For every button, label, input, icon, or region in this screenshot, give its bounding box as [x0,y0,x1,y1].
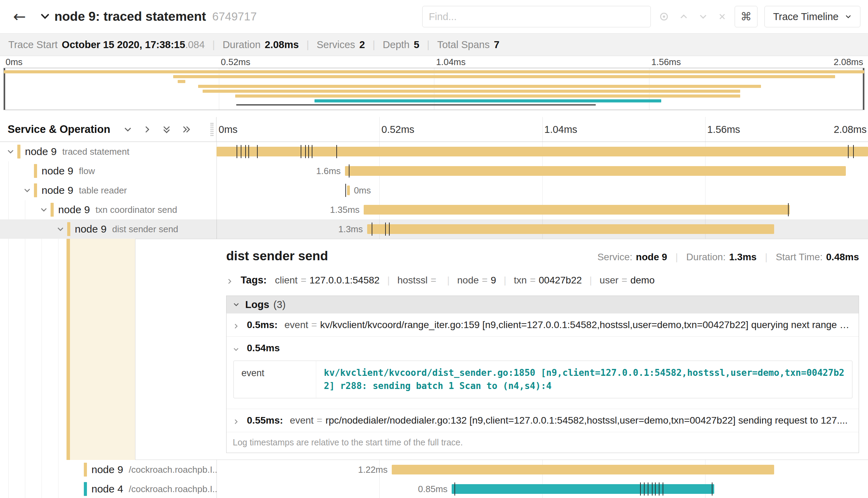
collapse-all-icon[interactable] [162,125,171,134]
log-entry[interactable]: 0.5ms: event=kv/kvclient/kvcoord/range_i… [227,313,859,336]
logs-accordion: Logs (3) 0.5ms: event=kv/kvclient/kvcoor… [226,296,859,453]
keyboard-shortcuts-button[interactable]: ⌘ [735,6,758,27]
span-name-cell[interactable]: node 9dist sender send [0,219,216,239]
log-marker-tick [245,145,246,158]
span-bar[interactable] [216,147,868,156]
expand-chevron-icon[interactable] [23,187,31,194]
trace-id: 6749717 [212,10,257,23]
log-marker-tick [349,164,349,178]
expand-chevron-icon[interactable] [7,148,15,156]
span-row-cockroach-roachpb-i[interactable]: node 9/cockroach.roachpb.I...1.22ms [0,460,868,479]
summary-label: Duration [223,39,261,51]
span-name-cell[interactable]: node 4/cockroach.roachpb.I... [0,479,216,498]
service-color-chip [51,203,54,217]
span-bar[interactable] [364,205,790,215]
view-selector-label: Trace Timeline [773,11,839,22]
span-row-cockroach-roachpb-i[interactable]: node 4/cockroach.roachpb.I...0.85ms [0,479,868,498]
depth-value: 5 [414,39,419,51]
span-timeline-cell[interactable]: 1.35ms [216,200,868,219]
next-result-icon[interactable] [699,12,708,21]
span-name-cell[interactable]: node 9table reader [0,181,216,200]
expand-chevron-icon[interactable] [56,225,64,233]
trace-start-value: October 15 2020, 17:38:15.084 [62,39,205,51]
span-detail-panel: dist sender send Service:node 9 | Durati… [135,239,868,460]
span-row-dist-sender-send[interactable]: node 9dist sender send1.3ms [0,219,868,239]
log-marker-tick [305,145,306,158]
span-name-cell[interactable]: node 9txn coordinator send [0,200,216,219]
span-duration-label: 1.22ms [358,464,388,475]
span-bar[interactable] [347,185,350,195]
page-title: node 9: traced statement [54,9,206,24]
span-timeline-cell[interactable]: 0.85ms [216,479,868,498]
service-name: node 9 [91,464,123,476]
minimap-span-bar [315,99,661,102]
minimap-handle-right[interactable] [863,68,864,110]
span-bar[interactable] [452,484,714,494]
find-input[interactable] [422,6,651,27]
summary-label: Trace Start [8,39,57,51]
service-value: node 9 [636,252,667,263]
minimap-span-bar [235,94,740,98]
log-timestamp: 0.5ms: [247,319,278,330]
clear-find-icon[interactable] [718,12,726,21]
find-navigation [659,12,726,21]
expand-one-icon[interactable] [143,125,152,134]
minimap-span-bar [173,75,835,78]
trace-collapse-chevron-icon[interactable] [40,11,50,22]
log-marker-tick [345,184,346,197]
service-color-chip [34,183,37,197]
service-name: node 9 [58,204,90,216]
operation-name: traced statement [62,146,130,157]
log-marker-tick [853,145,854,158]
collapse-one-icon[interactable] [123,125,132,134]
log-entry[interactable]: 0.54ms [233,343,852,354]
logs-header[interactable]: Logs (3) [227,296,859,313]
span-name-cell[interactable]: node 9traced statement [0,142,216,161]
tags-accordion[interactable]: Tags: client=127.0.0.1:54582|hostssl=|no… [226,274,859,286]
service-name: node 9 [42,165,73,177]
span-timeline-cell[interactable]: 1.22ms [216,460,868,479]
span-detail-row: dist sender send Service:node 9 | Durati… [0,239,868,460]
log-entry[interactable]: 0.55ms: event=rpc/nodedialer/nodedialer.… [227,409,859,432]
span-timeline-cell[interactable]: 0ms [216,181,868,200]
service-operation-title: Service & Operation [8,123,110,136]
trace-summary-bar: Trace Start October 15 2020, 17:38:15.08… [0,33,868,56]
chevron-down-icon [233,343,242,353]
log-fields-table: event kv/kvclient/kvcoord/dist_sender.go… [233,361,852,398]
timeline-ruler[interactable]: 0ms 0.52ms 1.04ms 1.56ms 2.08ms [216,117,868,142]
expand-all-icon[interactable] [181,125,191,134]
prev-result-icon[interactable] [679,12,688,21]
column-resizer-handle[interactable] [211,123,213,136]
logs-footnote: Log timestamps are relative to the start… [227,432,859,453]
minimap-handle-left[interactable] [4,68,5,110]
minimap-gridline [649,68,649,110]
log-marker-tick [372,223,372,236]
minimap-span-bar [4,70,864,73]
span-bar[interactable] [345,166,846,176]
services-count: 2 [359,39,365,51]
locate-span-icon[interactable] [659,12,669,21]
span-row-table-reader[interactable]: node 9table reader0ms [0,181,868,200]
log-marker-tick [659,482,659,496]
span-timeline-cell[interactable]: 1.6ms [216,161,868,181]
span-color-accent [67,239,70,460]
trace-minimap[interactable] [3,68,865,110]
top-bar: ← node 9: traced statement 6749717 ⌘ Tra… [0,0,868,33]
chevron-down-icon [233,301,240,308]
span-bar[interactable] [392,465,774,474]
span-name-cell[interactable]: node 9flow [0,161,216,181]
span-timeline-cell[interactable] [216,142,868,161]
view-selector-button[interactable]: Trace Timeline [764,6,860,27]
span-row-txn-coordinator-send[interactable]: node 9txn coordinator send1.35ms [0,200,868,219]
tag-item: user=demo [600,275,655,286]
span-name-cell[interactable]: node 9/cockroach.roachpb.I... [0,460,216,479]
span-bar[interactable] [367,224,774,234]
span-row-traced-statement[interactable]: node 9traced statement [0,142,868,161]
chevron-right-icon [233,415,242,426]
span-row-flow[interactable]: node 9flow1.6ms [0,161,868,181]
service-color-chip [84,482,87,496]
expand-chevron-icon[interactable] [40,206,48,214]
log-marker-tick [648,482,648,496]
span-timeline-cell[interactable]: 1.3ms [216,219,868,239]
log-field-key: event [234,361,316,398]
